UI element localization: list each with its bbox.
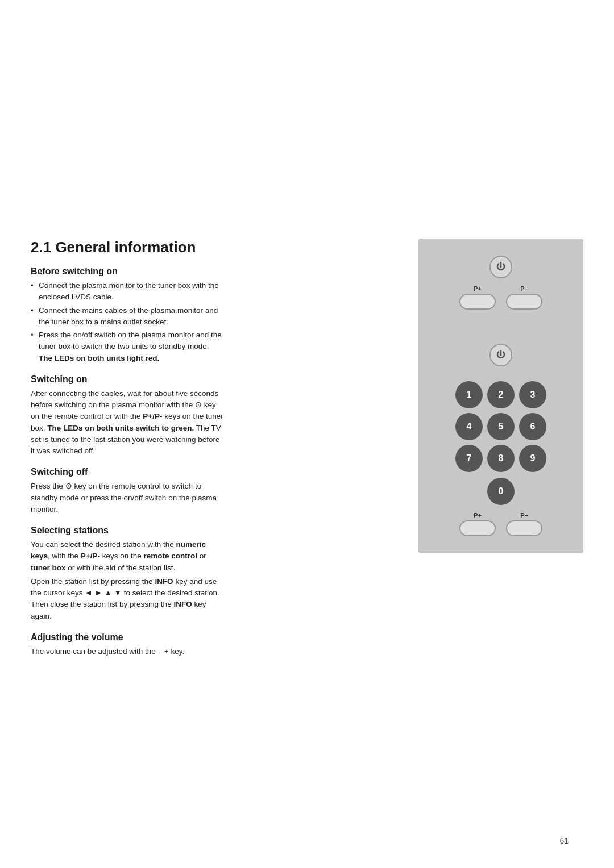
right-panel: P+ P– 1 2 3 — [418, 239, 583, 553]
section-title: 2.1 General information — [31, 239, 224, 256]
p-plus-minus-top: P+ P– — [459, 285, 542, 310]
selecting-stations-text-2: Open the station list by pressing the IN… — [31, 576, 224, 622]
key-4-button[interactable]: 4 — [455, 413, 483, 440]
key-6-button[interactable]: 6 — [519, 413, 546, 440]
bold-text: INFO — [173, 600, 192, 608]
key-5-button[interactable]: 5 — [487, 413, 515, 440]
key-9-button[interactable]: 9 — [519, 445, 546, 472]
switching-on-text: After connecting the cables, wait for ab… — [31, 388, 224, 457]
adjusting-volume-text: The volume can be adjusted with the – + … — [31, 646, 224, 657]
page: 2.1 General information Before switching… — [0, 0, 614, 868]
bold-text: INFO — [155, 577, 173, 586]
p-minus-top-group: P– — [506, 285, 542, 310]
key-3-button[interactable]: 3 — [519, 381, 546, 408]
subsection-title-selecting-stations: Selecting stations — [31, 525, 224, 536]
subsection-title-adjusting-volume: Adjusting the volume — [31, 632, 224, 642]
power-icon-top — [495, 261, 507, 273]
key-0-button[interactable]: 0 — [487, 478, 515, 505]
p-minus-bottom-group: P– — [506, 512, 542, 536]
power-button-top[interactable] — [489, 256, 512, 278]
key-8-button[interactable]: 8 — [487, 445, 515, 472]
keypad-grid: 1 2 3 4 5 6 7 8 9 — [455, 381, 546, 472]
p-minus-top-button[interactable] — [506, 294, 542, 310]
p-plus-top-group: P+ — [459, 285, 496, 310]
selecting-stations-text-1: You can select the desired station with … — [31, 539, 224, 574]
content-area: 2.1 General information Before switching… — [31, 239, 224, 660]
bold-text: remote control — [144, 552, 198, 560]
p-plus-minus-bottom: P+ P– — [459, 512, 542, 536]
list-item: Press the on/off switch on the plasma mo… — [31, 329, 224, 364]
list-item: Connect the mains cables of the plasma m… — [31, 305, 224, 328]
subsection-title-switching-off: Switching off — [31, 467, 224, 477]
power-icon-bottom — [495, 349, 507, 361]
p-minus-top-label: P– — [520, 285, 528, 292]
key-1-button[interactable]: 1 — [455, 381, 483, 408]
power-button-bottom[interactable] — [489, 344, 512, 366]
p-plus-bottom-button[interactable] — [459, 520, 496, 536]
subsection-title-before-switching-on: Before switching on — [31, 266, 224, 277]
remote-bottom-section: 1 2 3 4 5 6 7 8 9 0 P+ P– — [455, 344, 546, 536]
bold-text: P+/P- — [81, 552, 100, 560]
p-minus-bottom-button[interactable] — [506, 520, 542, 536]
before-switching-on-list: Connect the plasma monitor to the tuner … — [31, 280, 224, 364]
p-plus-bottom-group: P+ — [459, 512, 496, 536]
page-number: 61 — [559, 836, 569, 845]
p-minus-bottom-label: P– — [520, 512, 528, 519]
bold-text: The LEDs on both units switch to green. — [47, 424, 194, 432]
p-plus-top-button[interactable] — [459, 294, 496, 310]
key-2-button[interactable]: 2 — [487, 381, 515, 408]
section-heading-text: General information — [55, 239, 196, 256]
p-plus-bottom-label: P+ — [474, 512, 482, 519]
section-number: 2.1 — [31, 239, 51, 256]
key-zero-row: 0 — [487, 478, 515, 505]
bold-text: P+/P- — [143, 412, 162, 420]
remote-top-section: P+ P– — [459, 256, 542, 310]
key-7-button[interactable]: 7 — [455, 445, 483, 472]
list-item: Connect the plasma monitor to the tuner … — [31, 280, 224, 303]
switching-off-text: Press the ⊙ key on the remote control to… — [31, 481, 224, 515]
bold-text: The LEDs on both units light red. — [39, 354, 159, 362]
p-plus-top-label: P+ — [474, 285, 482, 292]
subsection-title-switching-on: Switching on — [31, 374, 224, 385]
bold-text: tuner box — [31, 564, 66, 572]
